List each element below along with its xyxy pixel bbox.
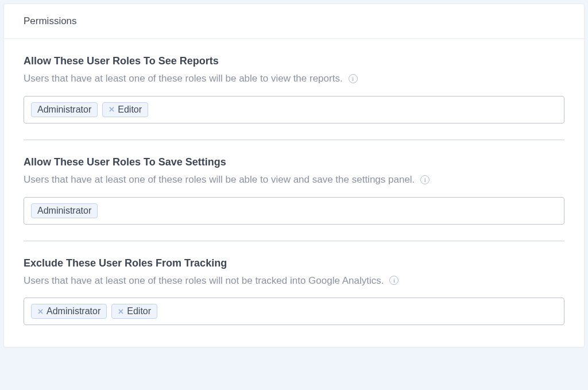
role-tag-label: Administrator	[37, 206, 91, 216]
role-tag-label: Editor	[127, 306, 151, 316]
section-description: Users that have at least one of these ro…	[24, 72, 343, 86]
section-save-settings: Allow These User Roles To Save Settings …	[24, 140, 564, 241]
role-tag[interactable]: ✕ Editor	[111, 304, 157, 319]
role-tag-label: Editor	[118, 105, 142, 115]
close-icon[interactable]: ✕	[37, 308, 44, 315]
section-desc-row: Users that have at least one of these ro…	[24, 173, 564, 187]
roles-see-reports-input[interactable]: Administrator ✕ Editor	[24, 96, 564, 123]
role-tag[interactable]: ✕ Editor	[102, 102, 148, 117]
role-tag[interactable]: ✕ Administrator	[31, 304, 107, 319]
section-title: Allow These User Roles To Save Settings	[24, 156, 564, 168]
panel-body: Allow These User Roles To See Reports Us…	[4, 39, 584, 347]
section-title: Allow These User Roles To See Reports	[24, 55, 564, 67]
section-description: Users that have at least one of these ro…	[24, 173, 415, 187]
section-desc-row: Users that have at least one of these ro…	[24, 72, 564, 86]
section-description: Users that have at least one of these ro…	[24, 274, 384, 288]
role-tag[interactable]: Administrator	[31, 102, 98, 117]
panel-title: Permissions	[24, 16, 564, 27]
info-icon[interactable]	[389, 276, 399, 285]
section-title: Exclude These User Roles From Tracking	[24, 257, 564, 269]
role-tag-label: Administrator	[47, 306, 100, 316]
info-icon[interactable]	[349, 74, 358, 83]
role-tag[interactable]: Administrator	[31, 203, 98, 218]
roles-exclude-tracking-input[interactable]: ✕ Administrator ✕ Editor	[24, 298, 564, 325]
close-icon[interactable]: ✕	[118, 308, 124, 315]
close-icon[interactable]: ✕	[109, 106, 115, 113]
section-exclude-tracking: Exclude These User Roles From Tracking U…	[24, 241, 564, 331]
roles-save-settings-input[interactable]: Administrator	[24, 197, 564, 225]
section-see-reports: Allow These User Roles To See Reports Us…	[24, 39, 564, 140]
permissions-panel: Permissions Allow These User Roles To Se…	[3, 3, 585, 347]
panel-header: Permissions	[4, 4, 584, 39]
info-icon[interactable]	[420, 175, 430, 184]
role-tag-label: Administrator	[37, 105, 91, 115]
section-desc-row: Users that have at least one of these ro…	[24, 274, 564, 288]
